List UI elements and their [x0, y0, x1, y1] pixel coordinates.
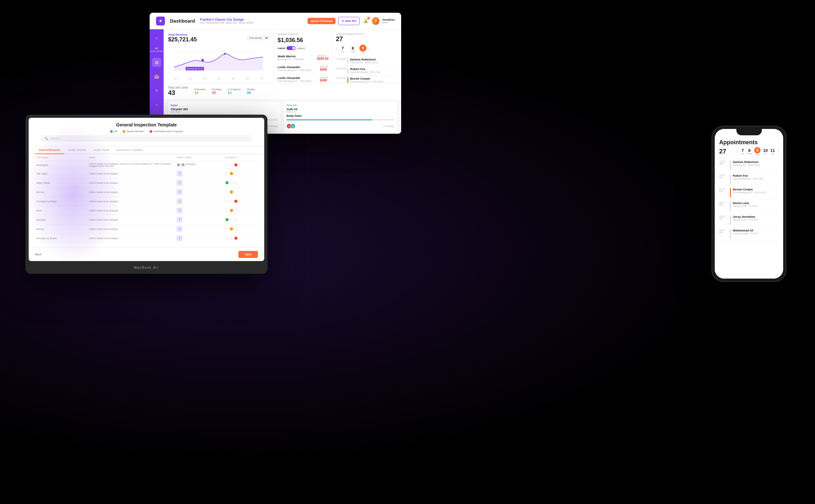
cond-immediate[interactable]	[234, 172, 237, 175]
photo-placeholder[interactable]: +	[177, 217, 182, 223]
iphone-day-8[interactable]: 8 Wed	[747, 148, 752, 155]
notification-icon[interactable]: 🔔 2	[362, 18, 369, 25]
invoice-item-2[interactable]: Leslie Alexander Ford Mustang GT · ASD-9…	[278, 63, 329, 74]
appt-prev[interactable]: ‹	[336, 47, 337, 51]
temperature: 26°	[150, 47, 164, 50]
month-selector[interactable]: This Month Last Month	[246, 36, 269, 40]
cond-ok[interactable]	[225, 237, 229, 240]
photo-thumb: 🖼	[181, 163, 185, 167]
photo-placeholder[interactable]: +	[177, 171, 182, 176]
iphone-day-7[interactable]: 7 Tue	[741, 148, 745, 155]
cond-attention[interactable]	[230, 200, 233, 203]
cond-attention[interactable]	[230, 209, 233, 212]
iphone-content: Appointments 27 ‹ 7 Tue 8 Wed	[715, 129, 783, 279]
quick-checkout-button[interactable]: Quick Checkout	[308, 18, 336, 24]
cond-ok[interactable]	[225, 209, 229, 212]
iphone-next[interactable]: ›	[777, 149, 779, 154]
sidebar-icon-dashboard[interactable]: ⊞	[152, 58, 161, 67]
iphone-appt-1[interactable]: 11:30 AM Darlene Robertson Porsche 91 · …	[719, 159, 779, 172]
invoice-toggle[interactable]	[287, 46, 295, 50]
legend-ok-label: OK	[114, 130, 118, 133]
cond-attention[interactable]	[230, 218, 233, 221]
col-condition: Condition	[224, 154, 258, 161]
new-ro-button[interactable]: New RO	[338, 17, 360, 25]
cond-immediate[interactable]	[234, 227, 237, 231]
iphone-appt-2[interactable]: 12:12 PM Robert Fox Hyundai Elantra · FF…	[719, 172, 779, 186]
cond-immediate[interactable]	[234, 163, 237, 167]
tab-under-vehicle[interactable]: Under Vehicle	[64, 146, 90, 154]
sidebar-icon-settings[interactable]: ○	[152, 100, 161, 109]
cond-attention[interactable]	[230, 172, 233, 175]
filter-latest[interactable]: Latest	[278, 47, 285, 50]
search-bar[interactable]: 🔍 Search...	[41, 135, 252, 142]
x-label-4: 4th	[217, 77, 221, 80]
cond-immediate[interactable]	[234, 209, 237, 212]
photo-placeholder[interactable]: +	[177, 180, 182, 186]
iphone-day-9[interactable]: 9 Thu	[754, 147, 761, 156]
cond-attention[interactable]	[230, 181, 233, 184]
invoice-amount-2: $488	[320, 68, 329, 71]
invoice-num-1: #000156	[317, 55, 329, 57]
photo-thumb: 🖼	[177, 163, 181, 167]
cond-ok[interactable]	[225, 172, 229, 175]
job-card-2[interactable]: Paint Job Audi A5 RWS-274 Body Paint C D…	[284, 102, 397, 131]
cond-attention[interactable]	[230, 163, 233, 167]
iphone-appt-5[interactable]: 12:52 PM Jessy Strombon Nissan GTR · 013…	[719, 213, 779, 227]
sidebar-icon-home[interactable]: ⌂	[152, 33, 161, 42]
revenue-label: Total Revenue	[168, 33, 197, 36]
iphone-appt-6[interactable]: 11:30 PM Muhammad Ali Chevy Corvet · 013…	[719, 227, 779, 241]
save-button[interactable]: Save	[238, 251, 258, 258]
photo-placeholder[interactable]: +	[177, 208, 182, 213]
filter-largest[interactable]: Largest	[297, 47, 305, 50]
invoice-item-1[interactable]: Wade Warren Maserati GT · D36-8BN #00015…	[278, 53, 329, 63]
cond-ok[interactable]	[225, 181, 229, 184]
macbook-mockup: 🍎 General Inspection Template OK Needs A…	[25, 115, 267, 274]
cond-immediate[interactable]	[234, 237, 237, 240]
appt-item-3[interactable]: 01:30 PM Bessie Cooper Ford Mustang GT ·…	[336, 75, 398, 83]
cond-ok[interactable]	[225, 163, 229, 167]
sidebar-icon-calendar[interactable]: 📅	[152, 72, 161, 81]
appt-item-1[interactable]: 11:30 AM Darlene Robertson Porsche 91 · …	[336, 56, 398, 66]
iphone-appt-3[interactable]: 01:34 PM Bessie Cooper Ford Mustang GT ·…	[719, 186, 779, 200]
appt-day-8[interactable]: 8 Wed	[348, 46, 357, 53]
cond-attention[interactable]	[230, 237, 233, 240]
iphone-day-11[interactable]: 11 Sat	[770, 148, 775, 155]
invoice-item-3[interactable]: Leslie Alexander Ford Mustang GT · ASD-9…	[278, 74, 329, 83]
appt-next[interactable]: ›	[369, 47, 370, 51]
tab-electronics[interactable]: Electronics & Battery	[113, 146, 147, 154]
unpaid-header: Unpaid Invoices	[278, 32, 329, 36]
sidebar-weather: 26° Cloudy Weather	[150, 47, 164, 53]
cond-immediate[interactable]	[234, 218, 237, 221]
iphone-day-10[interactable]: 10 Fri	[763, 148, 768, 155]
cond-ok[interactable]	[225, 218, 229, 221]
cond-attention[interactable]	[230, 190, 233, 194]
iphone-prev[interactable]: ‹	[737, 149, 738, 154]
tab-under-hood[interactable]: Under Hood	[90, 146, 113, 154]
appt-item-2[interactable]: 12:00 PM Robert Fox Hyundai Elantra · FF…	[336, 66, 398, 75]
dashboard-header: ✦ Dashboard Frankie's Classic Car Garage…	[150, 13, 401, 29]
x-label-1: 1st	[174, 77, 177, 80]
appt-day-7[interactable]: 7 Tue	[338, 46, 347, 53]
cond-ok[interactable]	[225, 200, 229, 203]
dashboard-title: Dashboard	[170, 18, 195, 24]
appt-days: ‹ 7 Tue 8 Wed 9 Thu ›	[336, 45, 398, 54]
photo-placeholder[interactable]: +	[177, 226, 182, 232]
photo-placeholder[interactable]: +	[177, 235, 182, 241]
back-button[interactable]: Back	[35, 253, 41, 256]
cond-ok[interactable]	[225, 190, 229, 194]
cond-ok[interactable]	[225, 227, 229, 231]
tab-interior-exterior[interactable]: Interior/Exterior	[35, 146, 64, 154]
iphone-appt-4[interactable]: 04:10 PM Devon Lane Nissan GTR · 013-KTI	[719, 200, 779, 213]
appt-day-9[interactable]: 9 Thu	[358, 45, 367, 54]
chart-dot	[202, 59, 204, 61]
x-label-5: 5th	[232, 77, 235, 80]
cond-immediate[interactable]	[234, 200, 237, 203]
unpaid-section: Unpaid Invoices $1,036.56 Latest Largest…	[274, 29, 333, 83]
photo-placeholder[interactable]: +	[177, 189, 182, 195]
cond-immediate[interactable]	[234, 181, 237, 184]
cond-attention[interactable]	[230, 227, 233, 231]
photo-placeholder[interactable]: +	[177, 198, 182, 204]
cond-immediate[interactable]	[234, 190, 237, 194]
dashboard-title-section: Dashboard	[170, 18, 195, 24]
sidebar-icon-list[interactable]: ≡	[152, 86, 161, 95]
